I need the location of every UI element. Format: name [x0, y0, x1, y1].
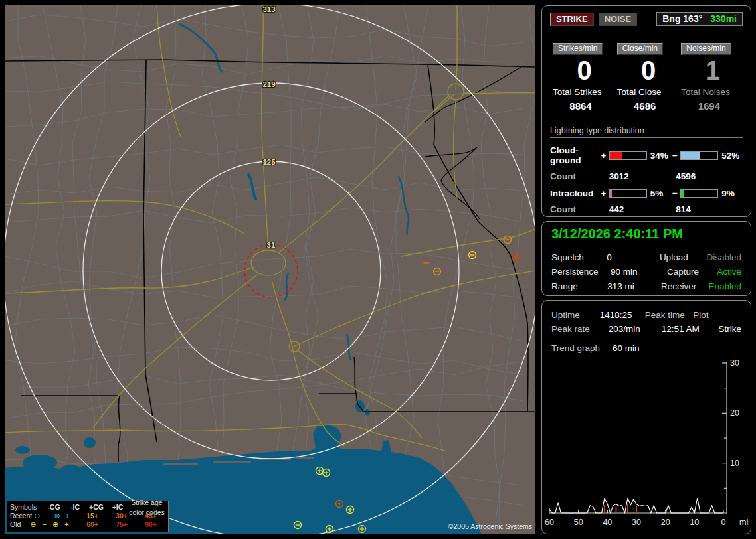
- persistence-label: Persistence: [551, 267, 611, 277]
- distribution-title: Lightning type distribution: [550, 126, 743, 138]
- trend-graph: 1020306050403020100min: [545, 356, 749, 530]
- strike-symbol-glyph: ⊖: [27, 521, 39, 528]
- bearing-value: Bng 163°: [662, 13, 702, 24]
- trend-panel: Uptime 1418:25 Peak time Plot Peak rate …: [541, 300, 751, 534]
- cg-positive-percent: 34%: [649, 151, 672, 161]
- strike-stats-panel: STRIKE NOISE Bng 163° 330mi Strikes/min …: [541, 5, 751, 217]
- plot-mode-value: Strike: [718, 324, 741, 334]
- age-code: 90+: [136, 520, 165, 529]
- minus-sign: −: [672, 189, 679, 198]
- noises-per-min-column: Noises/min 1 Total Noises 1694: [678, 42, 743, 112]
- distance-value: 330mi: [710, 13, 737, 24]
- cloud-ground-label: Cloud-ground: [550, 145, 600, 165]
- strikes-per-min-chip[interactable]: Strikes/min: [553, 43, 603, 55]
- squelch-value: 0: [607, 252, 660, 262]
- plus-sign: +: [600, 151, 607, 161]
- lightning-map[interactable]: 31125219313 Symbols-CG-IC+CG+ICStrike ag…: [5, 5, 535, 534]
- svg-text:10: 10: [730, 459, 739, 468]
- cg-negative-bar: [680, 151, 718, 160]
- peak-rate-row: Peak rate 203/min 12:51 AM Strike: [549, 324, 744, 334]
- map-canvas: 31125219313: [5, 5, 535, 534]
- persistence-value: 90 min: [611, 267, 667, 277]
- svg-text:min: min: [739, 518, 749, 527]
- strike-symbol-glyph: ⊖: [32, 512, 42, 520]
- ic-negative-bar: [680, 189, 718, 198]
- svg-text:60: 60: [545, 518, 554, 527]
- close-per-min-chip[interactable]: Close/min: [617, 43, 663, 55]
- strike-symbol-glyph: +: [62, 512, 72, 520]
- svg-text:20: 20: [661, 518, 670, 527]
- noises-per-min-chip[interactable]: Noises/min: [681, 43, 731, 55]
- count-label: Count: [550, 204, 609, 214]
- total-close-value: 4686: [617, 100, 676, 112]
- close-per-min-value: 0: [617, 56, 676, 84]
- trend-graph-row: Trend graph 60 min: [549, 343, 744, 353]
- copyright-text: ©2005 Astrogenic Systems: [448, 522, 532, 530]
- bearing-readout: Bng 163° 330mi: [656, 12, 743, 26]
- strikes-per-min-column: Strikes/min 0 Total Strikes 8864: [550, 42, 614, 112]
- count-label: Count: [550, 171, 609, 181]
- noise-button[interactable]: NOISE: [599, 13, 637, 26]
- strike-symbol-glyph: +: [61, 521, 72, 528]
- ic-negative-percent: 9%: [720, 189, 743, 198]
- range-row: Range 313 mi Receiver Enabled: [550, 281, 743, 291]
- capture-status: Active: [717, 267, 741, 277]
- total-noises-value: 1694: [681, 100, 740, 112]
- range-label: Range: [551, 281, 607, 291]
- peak-rate-label: Peak rate: [551, 324, 609, 334]
- svg-text:50: 50: [574, 518, 583, 527]
- total-noises-label: Total Noises: [681, 87, 740, 97]
- svg-text:40: 40: [603, 518, 612, 527]
- svg-text:30: 30: [632, 518, 641, 527]
- uptime-value: 1418:25: [600, 310, 645, 320]
- close-per-min-column: Close/min 0 Total Close 4686: [614, 42, 679, 112]
- legend-row: Recent⊖−⊕+15+30+45+: [10, 512, 165, 520]
- receiver-label: Receiver: [661, 281, 708, 291]
- svg-text:30: 30: [730, 358, 739, 368]
- svg-text:125: 125: [262, 158, 276, 166]
- svg-text:20: 20: [730, 408, 739, 418]
- svg-text:31: 31: [267, 241, 276, 249]
- intracloud-label: Intracloud: [550, 189, 600, 198]
- ic-negative-count: 814: [676, 204, 743, 214]
- status-panel: 3/12/2026 2:40:11 PM Squelch 0 Upload Di…: [541, 221, 751, 296]
- total-strikes-label: Total Strikes: [553, 87, 612, 97]
- cloud-ground-count-row: Count 3012 4596: [550, 171, 743, 181]
- uptime-label: Uptime: [551, 310, 600, 320]
- intracloud-row: Intracloud + 5% − 9%: [550, 189, 743, 198]
- strike-symbol-glyph: −: [39, 521, 50, 528]
- receiver-status: Enabled: [708, 281, 741, 291]
- cg-positive-count: 3012: [609, 171, 676, 181]
- minus-sign: −: [672, 151, 679, 161]
- strike-button[interactable]: STRIKE: [550, 13, 594, 26]
- uptime-row: Uptime 1418:25 Peak time Plot: [549, 310, 744, 320]
- plus-sign: +: [600, 189, 607, 198]
- strike-symbol-glyph: ⊕: [50, 521, 61, 528]
- svg-text:313: 313: [262, 5, 275, 13]
- trend-window-value: 60 min: [613, 343, 670, 353]
- age-code: 75+: [107, 520, 136, 529]
- peak-time-value: 12:51 AM: [662, 324, 719, 334]
- svg-text:219: 219: [262, 80, 275, 88]
- upload-label: Upload: [660, 252, 707, 262]
- cg-positive-bar: [609, 151, 647, 160]
- svg-text:10: 10: [690, 518, 699, 527]
- datetime-display: 3/12/2026 2:40:11 PM: [550, 226, 743, 246]
- plot-label: Plot: [693, 310, 741, 320]
- legend-col-header: -CG: [43, 502, 64, 512]
- strikes-per-min-value: 0: [553, 56, 612, 84]
- capture-label: Capture: [667, 267, 717, 277]
- total-strikes-value: 8864: [553, 100, 612, 112]
- map-legend: Symbols-CG-IC+CG+ICStrike age color code…: [7, 501, 169, 532]
- persistence-row: Persistence 90 min Capture Active: [550, 267, 743, 277]
- intracloud-count-row: Count 442 814: [550, 204, 743, 214]
- ic-positive-count: 442: [609, 204, 676, 214]
- noises-per-min-value: 1: [681, 56, 740, 84]
- peak-time-label: Peak time: [645, 310, 694, 320]
- squelch-label: Squelch: [551, 252, 607, 262]
- svg-text:0: 0: [721, 518, 726, 527]
- legend-row: Old⊖−⊕+60+75+90+: [10, 520, 165, 529]
- peak-rate-value: 203/min: [609, 324, 662, 334]
- upload-status: Disabled: [706, 252, 741, 262]
- range-value: 313 mi: [607, 281, 661, 291]
